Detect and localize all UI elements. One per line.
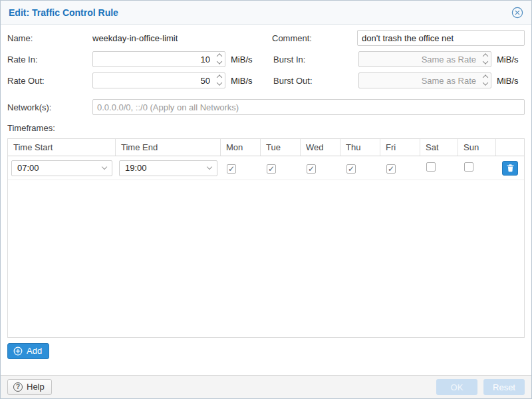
checkbox-sat[interactable] (426, 162, 436, 172)
rate-out-spinner[interactable] (217, 74, 221, 87)
timeframes-label: Timeframes: (7, 123, 525, 133)
rate-in-input[interactable] (92, 51, 225, 67)
plus-circle-icon (13, 346, 23, 356)
checkbox-fri[interactable] (386, 164, 396, 174)
networks-label: Network(s): (7, 102, 92, 112)
time-end-select[interactable]: 19:00 (119, 160, 217, 176)
time-start-select[interactable]: 07:00 (11, 160, 112, 176)
name-value: weekday-in-office-limit (92, 33, 178, 43)
add-timeframe-button[interactable]: Add (7, 343, 49, 359)
dialog-title: Edit: Traffic Control Rule (9, 7, 118, 18)
form-row-2: Rate In: MiB/s Burst In: MiB/s (7, 51, 525, 67)
form-row-3: Rate Out: MiB/s Burst Out: MiB/s (7, 72, 525, 88)
checkbox-mon[interactable] (227, 164, 236, 174)
checkbox-tue[interactable] (267, 164, 276, 174)
time-start-value: 07:00 (17, 163, 39, 173)
timeframe-row: 07:00 19:00 (8, 156, 524, 180)
help-button[interactable]: ? Help (7, 379, 52, 395)
help-button-label: Help (27, 382, 45, 392)
timeframes-table-header: Time Start Time End Mon Tue Wed Thu Fri … (8, 139, 524, 156)
edit-traffic-control-rule-dialog: Edit: Traffic Control Rule Name: weekday… (0, 0, 532, 399)
burst-in-spinner[interactable] (483, 53, 487, 66)
name-label: Name: (7, 33, 92, 43)
burst-in-input[interactable] (358, 51, 491, 67)
reset-button[interactable]: Reset (483, 379, 525, 395)
dialog-titlebar: Edit: Traffic Control Rule (1, 1, 531, 25)
burst-in-unit: MiB/s (497, 55, 519, 65)
burst-in-label: Burst In: (273, 55, 358, 65)
checkbox-sun[interactable] (464, 162, 473, 172)
col-header-tue: Tue (261, 139, 301, 156)
rate-out-unit: MiB/s (231, 76, 253, 86)
help-icon: ? (13, 382, 23, 392)
form-row-1: Name: weekday-in-office-limit Comment: (7, 30, 525, 46)
add-button-label: Add (27, 346, 42, 356)
checkbox-thu[interactable] (346, 164, 356, 174)
comment-input[interactable] (357, 30, 525, 46)
rate-in-unit: MiB/s (231, 55, 253, 65)
timeframes-table: Time Start Time End Mon Tue Wed Thu Fri … (7, 138, 525, 338)
networks-input[interactable] (92, 99, 525, 115)
dialog-footer: ? Help OK Reset (1, 375, 531, 398)
col-header-wed: Wed (301, 139, 340, 156)
ok-button[interactable]: OK (436, 379, 477, 395)
comment-label: Comment: (272, 33, 357, 43)
burst-out-spinner[interactable] (483, 74, 487, 87)
burst-out-unit: MiB/s (497, 76, 519, 86)
col-header-sun: Sun (458, 139, 496, 156)
close-icon[interactable] (511, 7, 523, 19)
col-header-sat: Sat (420, 139, 458, 156)
rate-out-label: Rate Out: (7, 76, 92, 86)
burst-out-label: Burst Out: (273, 76, 358, 86)
col-header-time-start: Time Start (8, 139, 116, 156)
chevron-down-icon (102, 164, 107, 170)
burst-out-input[interactable] (358, 72, 491, 88)
rate-in-label: Rate In: (7, 55, 92, 65)
networks-row: Network(s): (7, 99, 525, 115)
rate-in-spinner[interactable] (217, 53, 221, 66)
col-header-thu: Thu (340, 139, 380, 156)
col-header-time-end: Time End (116, 139, 221, 156)
col-header-mon: Mon (221, 139, 261, 156)
checkbox-wed[interactable] (307, 164, 316, 174)
time-end-value: 19:00 (125, 163, 147, 173)
col-header-fri: Fri (380, 139, 420, 156)
chevron-down-icon (207, 164, 212, 170)
rate-out-input[interactable] (92, 72, 225, 88)
dialog-body: Name: weekday-in-office-limit Comment: R… (1, 25, 531, 375)
col-header-actions (496, 139, 524, 156)
delete-row-button[interactable] (502, 161, 518, 176)
trash-icon (506, 164, 515, 172)
